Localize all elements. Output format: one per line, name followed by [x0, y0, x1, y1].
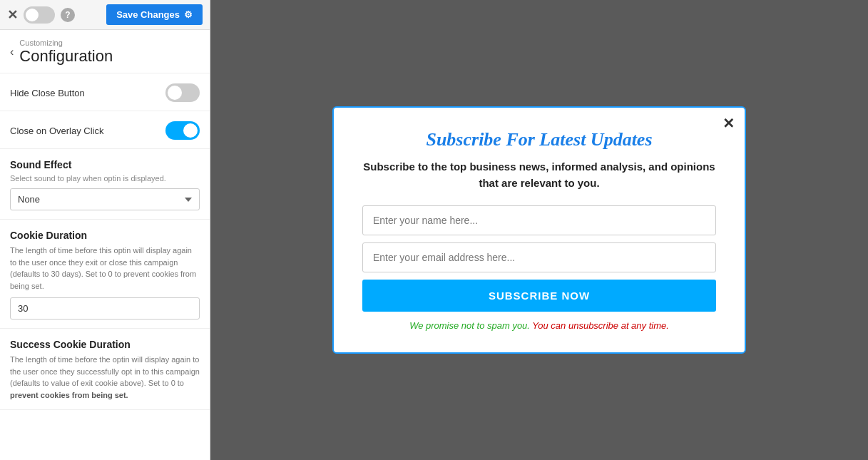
subscribe-button[interactable]: SUBSCRIBE NOW	[362, 280, 716, 312]
back-button[interactable]: ‹	[10, 46, 14, 58]
close-overlay-toggle[interactable]	[165, 121, 200, 140]
close-overlay-section: Close on Overlay Click	[0, 111, 210, 149]
sound-effect-title: Sound Effect	[10, 159, 200, 170]
sound-effect-desc: Select sound to play when optin is displ…	[10, 174, 200, 183]
spam-text: We promise not to spam you. You can unsu…	[362, 320, 716, 331]
success-cookie-title: Success Cookie Duration	[10, 339, 200, 350]
top-toggle[interactable]	[24, 6, 55, 24]
cookie-duration-body: The length of time before this optin wil…	[10, 245, 200, 292]
left-panel: ✕ ? Save Changes ⚙ ‹ Customizing Configu…	[0, 0, 210, 460]
top-bar: ✕ ? Save Changes ⚙	[0, 0, 210, 30]
hide-close-button-toggle[interactable]	[165, 83, 200, 102]
email-input[interactable]	[362, 242, 716, 272]
close-x-button[interactable]: ✕	[7, 9, 18, 21]
success-cookie-section: Success Cookie Duration The length of ti…	[0, 329, 210, 410]
modal-title: Subscribe For Latest Updates	[362, 129, 716, 150]
right-panel: ✕ Subscribe For Latest Updates Subscribe…	[210, 0, 868, 460]
spam-green: We promise not to spam you.	[409, 320, 530, 331]
panel-content: Hide Close Button Close on Overlay Click…	[0, 73, 210, 460]
help-icon[interactable]: ?	[61, 8, 75, 22]
cookie-duration-title: Cookie Duration	[10, 230, 200, 241]
config-title: Configuration	[19, 47, 113, 65]
name-input[interactable]	[362, 205, 716, 235]
close-overlay-label: Close on Overlay Click	[10, 126, 104, 136]
hide-close-button-section: Hide Close Button	[0, 73, 210, 111]
cookie-duration-input[interactable]	[10, 297, 200, 320]
sound-effect-section: Sound Effect Select sound to play when o…	[0, 149, 210, 220]
cookie-duration-section: Cookie Duration The length of time befor…	[0, 220, 210, 329]
save-changes-button[interactable]: Save Changes ⚙	[106, 4, 203, 25]
hide-close-button-label: Hide Close Button	[10, 88, 85, 98]
modal-close-button[interactable]: ✕	[723, 116, 735, 131]
modal-subtitle: Subscribe to the top business news, info…	[362, 159, 716, 191]
customizing-label: Customizing	[19, 39, 113, 47]
gear-icon: ⚙	[184, 9, 193, 20]
modal-popup: ✕ Subscribe For Latest Updates Subscribe…	[332, 106, 746, 354]
nav-header: ‹ Customizing Configuration	[0, 30, 210, 73]
success-cookie-body: The length of time before the optin will…	[10, 354, 200, 401]
sound-effect-select[interactable]: None Chime Bell Click	[10, 188, 200, 210]
spam-red: You can unsubscribe at any time.	[530, 320, 669, 331]
